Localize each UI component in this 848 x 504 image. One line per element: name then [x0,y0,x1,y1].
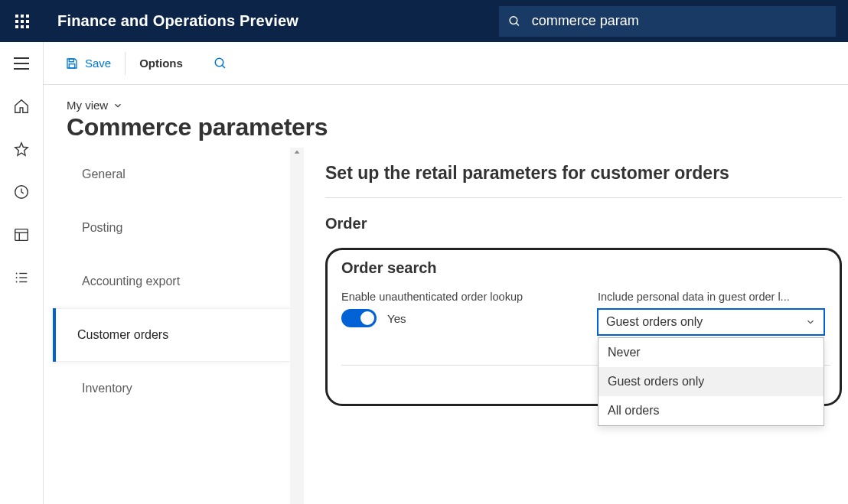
search-icon [214,57,227,70]
dropdown-option-label: Never [608,346,641,359]
svg-rect-13 [69,63,75,67]
view-selector-label: My view [67,99,108,112]
chevron-down-icon [113,100,123,111]
dropdown-option-never[interactable]: Never [598,338,824,367]
dropdown-option-all[interactable]: All orders [598,396,824,425]
form-heading: Set up the retail parameters for custome… [325,163,842,198]
svg-rect-12 [69,59,73,62]
star-icon [13,141,30,158]
hamburger-icon [14,57,29,70]
left-icon-rail [0,42,44,504]
svg-point-6 [16,273,18,275]
nav-item-inventory[interactable]: Inventory [57,362,290,415]
enable-order-lookup-toggle[interactable] [341,309,377,327]
parameter-section-nav: General Posting Accounting export Custom… [51,148,290,504]
nav-item-label: Accounting export [82,275,180,288]
recent-button[interactable] [0,171,43,213]
toolbar-separator [125,52,126,75]
toggle-knob-icon [360,311,374,325]
favorites-button[interactable] [0,128,43,171]
workspace-icon [13,226,30,243]
dropdown-option-label: All orders [608,404,660,417]
list-icon [13,269,30,286]
clock-icon [13,184,30,200]
svg-line-1 [516,23,518,25]
include-personal-data-label: Include personal data in guest order l..… [598,291,824,303]
nav-item-label: Posting [82,221,122,234]
home-button[interactable] [0,85,43,128]
menu-toggle-button[interactable] [0,42,43,85]
save-label: Save [85,57,111,70]
side-nav-scrollbar[interactable] [290,148,304,504]
home-icon [13,98,30,115]
page-title: Commerce parameters [67,113,825,141]
save-icon [65,57,79,70]
dropdown-option-label: Guest orders only [608,375,704,388]
include-personal-data-dropdown: Never Guest orders only All orders [598,337,824,426]
top-navbar: Finance and Operations Preview [0,0,848,42]
nav-item-label: Customer orders [77,328,168,341]
order-search-title: Order search [341,259,824,277]
page-toolbar: Save Options [44,42,848,85]
svg-line-15 [222,65,225,68]
toggle-state-label: Yes [387,312,406,325]
global-search-input[interactable] [532,13,827,29]
view-selector[interactable]: My view [67,99,123,112]
include-personal-data-select[interactable]: Guest orders only [598,309,824,335]
chevron-down-icon [805,317,816,327]
form-area: Set up the retail parameters for custome… [304,148,848,504]
page-header: My view Commerce parameters [44,85,848,148]
svg-point-0 [510,16,517,24]
nav-item-posting[interactable]: Posting [57,201,290,255]
enable-order-lookup-label: Enable unauthenticated order lookup [341,291,567,303]
nav-item-customer-orders[interactable]: Customer orders [53,308,290,362]
app-title: Finance and Operations Preview [57,12,298,30]
svg-rect-3 [15,229,28,241]
select-value: Guest orders only [606,315,703,329]
workspaces-button[interactable] [0,213,43,256]
search-icon [508,15,521,28]
nav-item-accounting-export[interactable]: Accounting export [57,255,290,308]
svg-point-10 [16,281,18,283]
order-search-group: Order search Enable unauthenticated orde… [325,248,842,406]
svg-marker-16 [295,151,300,154]
svg-point-14 [215,58,223,67]
svg-point-8 [16,277,18,278]
scroll-up-icon [290,148,304,157]
options-label: Options [139,57,183,70]
section-order-label: Order [325,198,842,242]
global-search-box[interactable] [499,6,836,37]
dropdown-option-guest-only[interactable]: Guest orders only [598,367,824,396]
nav-item-label: Inventory [82,382,132,395]
page-search-button[interactable] [214,57,227,70]
app-launcher-icon[interactable] [4,3,41,40]
save-button[interactable]: Save [54,50,122,76]
nav-item-label: General [82,167,126,180]
nav-item-general[interactable]: General [57,148,290,201]
modules-button[interactable] [0,256,43,299]
options-button[interactable]: Options [129,50,194,76]
